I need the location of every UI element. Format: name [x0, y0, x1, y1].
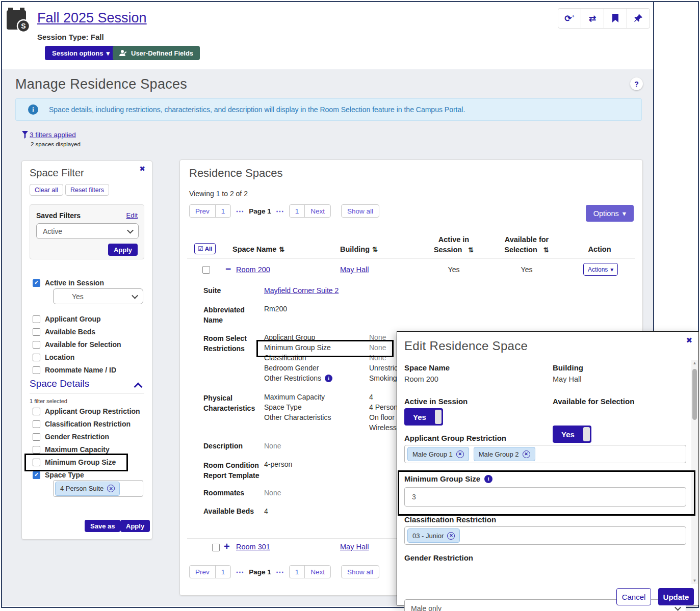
close-icon[interactable]: ✖: [686, 336, 692, 345]
edit-saved-filters-link[interactable]: Edit: [126, 211, 138, 219]
restriction-value: None: [369, 343, 386, 352]
scroll-down-icon[interactable]: ▼: [691, 578, 698, 583]
maximum-capacity-checkbox[interactable]: [33, 446, 40, 454]
available-beds-label: Available Beds: [203, 507, 254, 515]
remove-chip-icon[interactable]: [107, 485, 115, 492]
available-for-selection-checkbox[interactable]: [33, 341, 40, 349]
collapse-icon[interactable]: −: [225, 263, 231, 275]
page-1-button[interactable]: 1: [290, 205, 305, 217]
classification-restriction-field[interactable]: 03 - Junior: [404, 526, 686, 545]
row-checkbox[interactable]: [202, 266, 210, 274]
roommates-value: None: [264, 489, 281, 497]
applicant-group-restriction-field[interactable]: Male Group 1 Male Group 2: [404, 445, 686, 463]
description-value: None: [264, 442, 281, 450]
page-1-button[interactable]: 1: [215, 205, 231, 217]
roommate-name-checkbox[interactable]: [33, 366, 40, 374]
reset-filters-button[interactable]: Reset filters: [65, 184, 109, 196]
gender-restriction-checkbox[interactable]: [33, 433, 40, 441]
cancel-button[interactable]: Cancel: [616, 588, 651, 605]
filter-apply-button[interactable]: Apply: [120, 520, 150, 532]
column-building[interactable]: Building⇅: [340, 245, 378, 253]
modal-scrollbar[interactable]: ▲ ▼: [691, 360, 698, 584]
location-checkbox[interactable]: [33, 354, 40, 361]
filter-space-type[interactable]: Space Type: [33, 471, 84, 479]
session-title-link[interactable]: Fall 2025 Session: [37, 10, 147, 26]
info-icon[interactable]: i: [325, 375, 332, 382]
prev-button[interactable]: Prev: [190, 566, 215, 578]
filter-gender-restriction[interactable]: Gender Restriction: [33, 433, 109, 441]
session-options-button[interactable]: Session options▾: [45, 46, 117, 60]
copy-session-button[interactable]: ⟳+: [558, 9, 581, 28]
close-icon[interactable]: ✖: [139, 165, 145, 173]
edit-residence-space-modal: Edit Residence Space ✖ Space Name Room 2…: [397, 331, 699, 605]
column-active-in-session[interactable]: Active in Session⇅: [421, 234, 487, 255]
user-defined-fields-button[interactable]: User-Defined Fields: [113, 46, 200, 60]
scrollbar-thumb[interactable]: [692, 369, 697, 420]
help-button[interactable]: ?: [630, 77, 643, 90]
pagination-bottom: Prev1 ⋯ Page 1 ⋯ 1Next Show all: [189, 565, 379, 578]
filter-available-for-selection[interactable]: Available for Selection: [33, 340, 121, 349]
chevron-up-icon[interactable]: [134, 383, 143, 391]
active-in-session-toggle[interactable]: Yes: [404, 408, 443, 426]
filters-applied-link[interactable]: 3 filters applied: [22, 131, 76, 139]
filter-active-in-session[interactable]: Active in Session: [33, 279, 104, 287]
building-link[interactable]: May Hall: [340, 265, 369, 274]
filter-minimum-group-size[interactable]: Minimum Group Size: [33, 458, 116, 466]
page-1-button[interactable]: 1: [290, 566, 305, 578]
scroll-up-icon[interactable]: ▲: [691, 361, 698, 365]
space-type-chip: 4 Person Suite: [55, 482, 120, 496]
filter-applicant-group[interactable]: Applicant Group: [33, 315, 101, 323]
info-icon[interactable]: i: [484, 475, 492, 483]
minimum-group-size-checkbox[interactable]: [33, 459, 40, 466]
filter-roommate-name[interactable]: Roommate Name / ID: [33, 366, 116, 374]
available-for-selection-toggle[interactable]: Yes: [553, 426, 591, 443]
remove-chip-icon[interactable]: [523, 450, 530, 458]
page-1-button[interactable]: 1: [215, 566, 231, 578]
active-in-session-select[interactable]: Yes: [53, 288, 143, 304]
next-button[interactable]: Next: [304, 566, 330, 578]
space-name-link[interactable]: Room 301: [236, 543, 270, 551]
filter-classification-restriction[interactable]: Classification Restriction: [33, 420, 131, 428]
building-link[interactable]: May Hall: [340, 543, 369, 551]
filter-applicant-group-restriction[interactable]: Applicant Group Restriction: [33, 407, 140, 415]
next-button[interactable]: Next: [304, 205, 330, 217]
space-type-checkbox[interactable]: [33, 471, 40, 479]
space-type-chip-field[interactable]: 4 Person Suite: [53, 480, 143, 497]
filter-label: Available for Selection: [45, 340, 121, 349]
column-space-name[interactable]: Space Name⇅: [232, 245, 284, 253]
show-all-button[interactable]: Show all: [342, 205, 379, 217]
filter-available-beds[interactable]: Available Beds: [33, 328, 95, 336]
save-as-button[interactable]: Save as: [85, 520, 120, 532]
remove-chip-icon[interactable]: [456, 450, 464, 458]
abbreviated-name-label: Abbreviated Name: [203, 305, 254, 325]
clear-all-button[interactable]: Clear all: [30, 184, 63, 196]
modal-agr-label: Applicant Group Restriction: [404, 434, 506, 442]
select-all-button[interactable]: ☑All: [194, 243, 216, 254]
classification-restriction-checkbox[interactable]: [33, 420, 40, 428]
applicant-group-restriction-checkbox[interactable]: [33, 408, 40, 415]
actions-button[interactable]: Actions▾: [583, 263, 618, 276]
row-checkbox[interactable]: [212, 544, 220, 551]
transfer-session-button[interactable]: ⇄: [581, 9, 604, 28]
minimum-group-size-input[interactable]: 3: [404, 487, 686, 507]
applicant-group-checkbox[interactable]: [33, 315, 40, 323]
space-name-link[interactable]: Room 200: [236, 265, 270, 274]
expand-icon[interactable]: +: [224, 541, 230, 552]
active-in-session-checkbox[interactable]: [33, 279, 40, 287]
suite-link[interactable]: Mayfield Corner Suite 2: [264, 286, 339, 295]
filter-location[interactable]: Location: [33, 353, 74, 361]
saved-filter-select[interactable]: Active: [36, 223, 139, 239]
remove-chip-icon[interactable]: [447, 532, 455, 540]
available-beds-checkbox[interactable]: [33, 328, 40, 336]
pin-button[interactable]: [627, 9, 650, 28]
options-button[interactable]: Options▾: [586, 205, 634, 222]
bookmark-button[interactable]: [604, 9, 627, 28]
show-all-button[interactable]: Show all: [342, 566, 379, 578]
space-details-heading[interactable]: Space Details: [30, 378, 89, 389]
update-button[interactable]: Update: [658, 588, 694, 605]
column-available-for-selection[interactable]: Available for Selection⇅: [494, 234, 560, 255]
table-header-divider: [187, 258, 635, 258]
filter-maximum-capacity[interactable]: Maximum Capacity: [33, 445, 110, 454]
saved-filter-apply-button[interactable]: Apply: [108, 244, 138, 256]
prev-button[interactable]: Prev: [190, 205, 215, 217]
